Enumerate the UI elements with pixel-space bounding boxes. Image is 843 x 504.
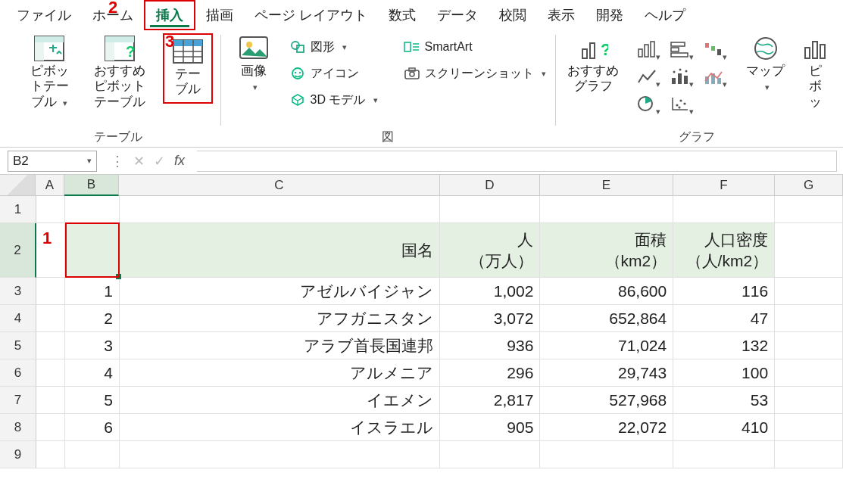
menu-item-3[interactable]: 描画 (195, 2, 244, 29)
cell-index[interactable]: 3 (65, 332, 120, 359)
formula-input[interactable] (197, 151, 837, 172)
col-header-F[interactable]: F (673, 175, 775, 196)
cell-pop[interactable]: 905 (440, 414, 540, 441)
cell[interactable] (540, 441, 673, 468)
col-header-C[interactable]: C (119, 175, 440, 196)
cell-pop[interactable]: 1,002 (440, 278, 540, 305)
cell[interactable] (36, 441, 65, 468)
select-all-corner[interactable] (0, 175, 36, 196)
row-header-9[interactable]: 9 (0, 441, 36, 468)
col-header-A[interactable]: A (36, 175, 64, 196)
menu-item-7[interactable]: 校閲 (489, 2, 537, 29)
cell-country-header[interactable]: 国名 (120, 223, 441, 278)
icons-button[interactable]: アイコン (288, 64, 379, 83)
pivot-table-button[interactable]: ピボットテーブル ▾ (23, 33, 76, 111)
cell[interactable] (65, 223, 120, 278)
pictures-button[interactable]: 画像▾ (229, 33, 279, 96)
cell[interactable] (673, 441, 775, 468)
cell[interactable] (65, 441, 120, 468)
cell[interactable] (775, 387, 843, 414)
cell-country[interactable]: アフガニスタン (120, 305, 441, 332)
cell[interactable] (440, 441, 540, 468)
chevron-down-icon[interactable]: ▾ (84, 156, 92, 166)
row-header-1[interactable]: 1 (0, 196, 36, 223)
cell[interactable] (775, 278, 843, 305)
recommended-charts-button[interactable]: ? おすすめグラフ (563, 33, 624, 96)
stat-chart-button[interactable]: ▾ (667, 64, 694, 89)
cell-pop[interactable]: 2,817 (440, 387, 540, 414)
cell[interactable] (120, 196, 441, 223)
cell-country[interactable]: アラブ首長国連邦 (120, 332, 441, 359)
cell-area[interactable]: 22,072 (540, 414, 673, 441)
cell[interactable] (120, 441, 441, 468)
cell-area-header[interactable]: 面積（km2） (540, 223, 673, 278)
col-header-B[interactable]: B (64, 175, 119, 196)
cell-pop-header[interactable]: 人（万人） (440, 223, 540, 278)
column-chart-button[interactable]: ▾ (633, 36, 660, 62)
row-header-4[interactable]: 4 (0, 305, 36, 332)
row-header-7[interactable]: 7 (0, 387, 36, 414)
cell-density[interactable]: 100 (673, 359, 775, 387)
3d-models-button[interactable]: 3D モデル▾ (288, 91, 379, 110)
cell-area[interactable]: 29,743 (540, 359, 673, 387)
cell-pop[interactable]: 936 (440, 332, 540, 359)
line-chart-button[interactable]: ▾ (633, 64, 660, 89)
cell-index[interactable]: 6 (65, 414, 120, 441)
smartart-button[interactable]: SmartArt (402, 38, 548, 57)
col-header-D[interactable]: D (440, 175, 540, 196)
menu-item-8[interactable]: 表示 (537, 2, 585, 29)
cell[interactable] (36, 332, 65, 359)
cell-index[interactable]: 1 (65, 278, 120, 305)
waterfall-chart-button[interactable]: ▾ (700, 36, 727, 62)
menu-item-5[interactable]: 数式 (378, 2, 426, 29)
menu-item-2[interactable]: 挿入 (144, 0, 195, 30)
cell-index[interactable]: 5 (65, 387, 120, 414)
cell-area[interactable]: 527,968 (540, 387, 673, 414)
menu-item-4[interactable]: ページ レイアウト (244, 2, 378, 29)
cell[interactable] (775, 196, 843, 223)
cell[interactable] (775, 414, 843, 441)
cell-area[interactable]: 652,864 (540, 305, 673, 332)
cell-density[interactable]: 132 (673, 332, 775, 359)
fx-icon[interactable]: fx (174, 153, 189, 169)
cell-density[interactable]: 47 (673, 305, 775, 332)
cell[interactable] (65, 196, 120, 223)
cell[interactable] (440, 196, 540, 223)
cell[interactable] (36, 387, 65, 414)
cell[interactable] (36, 414, 65, 441)
cell-index[interactable]: 2 (65, 305, 120, 332)
cancel-icon[interactable]: ✕ (133, 153, 145, 170)
row-header-3[interactable]: 3 (0, 278, 36, 305)
menu-item-10[interactable]: ヘルプ (634, 2, 696, 29)
cell[interactable] (775, 223, 843, 278)
recommended-pivot-button[interactable]: ? おすすめピボットテーブル (85, 33, 154, 111)
cell[interactable] (36, 196, 65, 223)
name-box[interactable]: B2 ▾ (8, 151, 97, 172)
cell-country[interactable]: アルメニア (120, 359, 441, 387)
menu-item-6[interactable]: データ (426, 2, 489, 29)
cell-area[interactable]: 86,600 (540, 278, 673, 305)
shapes-button[interactable]: 図形▾ (288, 38, 379, 57)
row-header-6[interactable]: 6 (0, 359, 36, 387)
cell-country[interactable]: イスラエル (120, 414, 441, 441)
cell[interactable] (775, 359, 843, 387)
cell[interactable] (673, 196, 775, 223)
cell-density[interactable]: 410 (673, 414, 775, 441)
dots-icon[interactable]: ⋮ (111, 153, 124, 170)
cell-index[interactable]: 4 (65, 359, 120, 387)
col-header-E[interactable]: E (540, 175, 673, 196)
maps-button[interactable]: マップ▾ (741, 33, 791, 96)
cell[interactable] (36, 359, 65, 387)
cell[interactable] (36, 278, 65, 305)
pivot-chart-button[interactable]: ピボッ (800, 33, 831, 111)
combo-chart-button[interactable]: ▾ (700, 64, 727, 89)
cell[interactable] (775, 305, 843, 332)
cell-density[interactable]: 116 (673, 278, 775, 305)
enter-icon[interactable]: ✓ (154, 153, 165, 170)
pie-chart-button[interactable]: ▾ (633, 91, 660, 117)
cell-country[interactable]: アゼルバイジャン (120, 278, 441, 305)
col-header-G[interactable]: G (775, 175, 843, 196)
cell[interactable] (775, 441, 843, 468)
menu-item-0[interactable]: ファイル (6, 2, 82, 29)
row-header-8[interactable]: 8 (0, 414, 36, 441)
